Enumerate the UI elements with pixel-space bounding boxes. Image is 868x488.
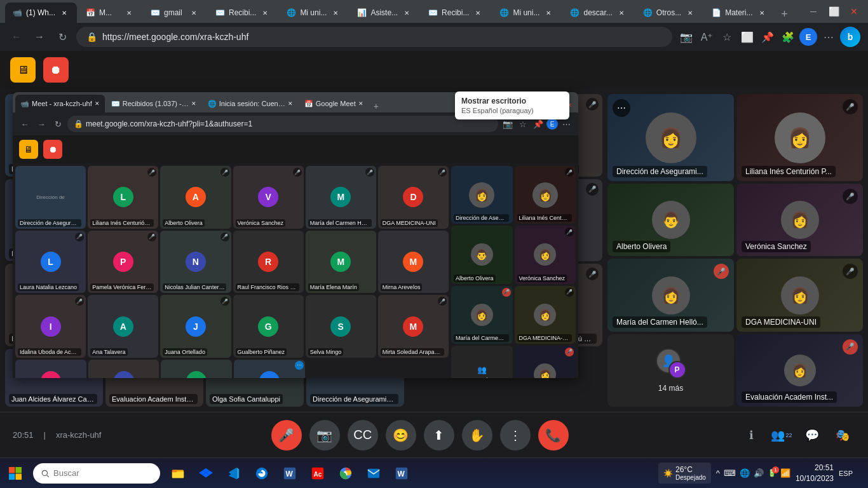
language-indicator[interactable]: ESP bbox=[839, 470, 853, 477]
raise-hand-button[interactable]: ✋ bbox=[462, 420, 492, 451]
inner-tab-googlemeet[interactable]: 📅 Google Meet ✕ bbox=[299, 95, 369, 112]
tab-bar: 📹 (1) Wh... ✕ 📅 M... ✕ ✉️ gmail ✕ ✉️ Rec… bbox=[0, 0, 868, 23]
tab-2[interactable]: 📅 M... ✕ bbox=[78, 3, 142, 23]
taskbar-edge[interactable] bbox=[249, 461, 275, 486]
battery-icon[interactable]: 🔋 1 bbox=[768, 469, 776, 477]
inner-tab-meet[interactable]: 📹 Meet - xra-kczh-uhf ✕ bbox=[15, 95, 105, 112]
tab-2-close[interactable]: ✕ bbox=[124, 8, 134, 18]
taskbar-file-explorer[interactable] bbox=[165, 461, 191, 486]
tab-7-close[interactable]: ✕ bbox=[473, 8, 483, 18]
present-button[interactable]: ⬆ bbox=[424, 420, 454, 451]
tab-3-close[interactable]: ✕ bbox=[189, 8, 199, 18]
tab-9-close[interactable]: ✕ bbox=[616, 8, 627, 18]
restore-button[interactable]: ⬜ bbox=[825, 3, 843, 20]
more-options-icon[interactable]: ⋯ bbox=[820, 28, 837, 46]
search-input[interactable] bbox=[53, 468, 149, 478]
taskbar-chrome[interactable] bbox=[333, 461, 358, 486]
tab-6[interactable]: 📊 Asiste... ✕ bbox=[349, 3, 419, 23]
show-desktop-button[interactable] bbox=[858, 461, 863, 486]
svg-point-4 bbox=[42, 470, 47, 475]
inner-more-btn[interactable]: ⋯ bbox=[295, 361, 304, 370]
mute-button[interactable]: 🎤 bbox=[271, 420, 302, 451]
tab-4[interactable]: ✉️ Recibi... ✕ bbox=[208, 3, 278, 23]
inner-tab-2-close[interactable]: ✕ bbox=[191, 100, 196, 107]
tab-1[interactable]: 📹 (1) Wh... ✕ bbox=[5, 3, 77, 23]
tab-6-close[interactable]: ✕ bbox=[402, 8, 412, 18]
bookmark-icon[interactable]: ☆ bbox=[718, 28, 736, 46]
inner-refresh-btn[interactable]: ↻ bbox=[51, 117, 65, 131]
video-icon[interactable]: 📷 bbox=[677, 28, 695, 46]
tab-5[interactable]: 🌐 Mi uni... ✕ bbox=[279, 3, 348, 23]
taskbar-mail[interactable] bbox=[361, 461, 386, 486]
url-bar[interactable]: 🔒 https://meet.google.com/xra-kczh-uhf bbox=[76, 27, 672, 47]
taskbar-word2[interactable]: W bbox=[389, 461, 414, 486]
network-icon[interactable]: 🌐 bbox=[740, 468, 750, 478]
tab-11[interactable]: 📄 Materi... ✕ bbox=[704, 3, 774, 23]
tab-1-close[interactable]: ✕ bbox=[59, 8, 69, 18]
taskbar-search[interactable] bbox=[33, 463, 160, 484]
inner-forward-btn[interactable]: → bbox=[34, 117, 48, 131]
taskbar-clock[interactable]: 20:51 10/10/2023 bbox=[796, 463, 834, 484]
info-button[interactable]: ℹ bbox=[738, 423, 764, 448]
record-btn[interactable]: ⏺ bbox=[43, 57, 69, 83]
tab-5-close[interactable]: ✕ bbox=[330, 8, 341, 18]
tab-10[interactable]: 🌐 Otros... ✕ bbox=[635, 3, 703, 23]
sidebar-icon[interactable]: ⬜ bbox=[738, 28, 756, 46]
more-button[interactable]: ⋮ bbox=[500, 420, 531, 451]
taskbar-vscode[interactable] bbox=[221, 461, 247, 486]
captions-button[interactable]: CC bbox=[348, 420, 378, 451]
start-button[interactable] bbox=[0, 458, 31, 489]
tab-4-close[interactable]: ✕ bbox=[260, 8, 270, 18]
taskbar-acrobat[interactable]: Ac bbox=[305, 461, 330, 486]
weather-widget[interactable]: ☀️ 26°C Despejado bbox=[658, 463, 711, 484]
font-size-icon[interactable]: A⁺ bbox=[698, 28, 715, 46]
tab-3[interactable]: ✉️ gmail ✕ bbox=[143, 3, 207, 23]
inner-url-bar[interactable]: 🔒 meet.google.com/xra-kczh-uhf?pli=1&aut… bbox=[67, 116, 498, 132]
forward-button[interactable]: → bbox=[31, 28, 48, 46]
inner-new-tab-btn[interactable]: + bbox=[370, 100, 383, 112]
close-button[interactable]: ✕ bbox=[845, 3, 863, 20]
tab-8-close[interactable]: ✕ bbox=[543, 8, 553, 18]
tab-7[interactable]: ✉️ Recibi... ✕ bbox=[421, 3, 491, 23]
svg-rect-1 bbox=[16, 467, 22, 473]
inner-tab-gmail[interactable]: ✉️ Recibidos (1.037) - eugenia.cyn... ✕ bbox=[106, 95, 201, 112]
taskbar-word[interactable]: W bbox=[277, 461, 302, 486]
participant-name-22: Dirección de Aseguramiento... bbox=[310, 394, 398, 404]
tab-8[interactable]: 🌐 Mi uni... ✕ bbox=[492, 3, 561, 23]
profile-button[interactable]: E bbox=[799, 28, 817, 46]
refresh-button[interactable]: ↻ bbox=[53, 28, 71, 46]
chevron-up-icon[interactable]: ^ bbox=[716, 468, 720, 478]
chat-button[interactable]: 💬 bbox=[799, 423, 825, 448]
right-tile-more-btn[interactable]: ⋯ bbox=[613, 99, 630, 117]
inner-back-btn[interactable]: ← bbox=[18, 117, 32, 131]
screen-share-btn[interactable]: 🖥 bbox=[10, 57, 36, 83]
taskbar-dropbox[interactable] bbox=[193, 461, 219, 486]
inner-screen-share-btn[interactable]: 🖥 bbox=[19, 140, 38, 159]
inner-tile-name-selva: Selva Mingo bbox=[308, 348, 344, 356]
pin-icon[interactable]: 📌 bbox=[759, 28, 776, 46]
video-toggle-button[interactable]: 📷 bbox=[309, 420, 340, 451]
end-call-button[interactable]: 📞 bbox=[538, 420, 569, 451]
new-tab-button[interactable]: + bbox=[776, 5, 794, 23]
keyboard-icon[interactable]: ⌨ bbox=[724, 468, 736, 478]
tab-9[interactable]: 🌐 descar... ✕ bbox=[562, 3, 634, 23]
inner-tab-google[interactable]: 🌐 Inicia sesión: Cuentas de Google ✕ bbox=[203, 95, 298, 112]
wifi-icon[interactable]: 📶 bbox=[780, 468, 790, 478]
meet-bottom-bar: 20:51 | xra-kczh-uhf 🎤 📷 CC 😊 ⬆ ✋ ⋮ 📞 ℹ … bbox=[0, 412, 868, 458]
emoji-button[interactable]: 😊 bbox=[386, 420, 416, 451]
extensions-icon[interactable]: 🧩 bbox=[779, 28, 797, 46]
inner-record-btn[interactable]: ⏺ bbox=[43, 140, 62, 159]
inner-profile-btn[interactable]: E bbox=[546, 118, 558, 130]
inner-tab-4-close[interactable]: ✕ bbox=[358, 100, 363, 107]
minimize-button[interactable]: ─ bbox=[804, 3, 822, 20]
edge-button[interactable]: b bbox=[840, 27, 860, 47]
volume-icon[interactable]: 🔊 bbox=[754, 468, 764, 478]
tab-10-close[interactable]: ✕ bbox=[685, 8, 695, 18]
back-button[interactable]: ← bbox=[8, 28, 25, 46]
people-button[interactable]: 👥 22 bbox=[769, 423, 794, 448]
tab-11-close[interactable]: ✕ bbox=[757, 8, 767, 18]
inner-tab-1-close[interactable]: ✕ bbox=[95, 100, 100, 107]
inner-tile-mute-liliana: 🎤 bbox=[147, 168, 156, 177]
activities-button[interactable]: 🎭 bbox=[830, 423, 855, 448]
inner-tab-3-close[interactable]: ✕ bbox=[288, 100, 293, 107]
